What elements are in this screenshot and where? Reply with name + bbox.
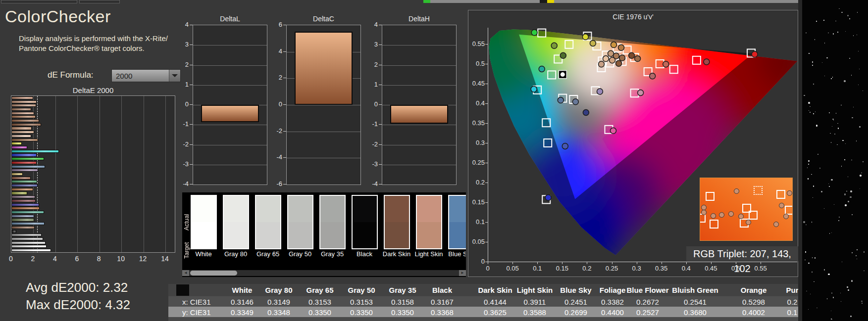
table-cell-y: 0.4002 xyxy=(742,308,765,317)
tick-mark xyxy=(379,104,382,105)
star xyxy=(806,225,807,226)
tick-mark xyxy=(537,262,538,264)
star xyxy=(817,154,819,155)
star xyxy=(831,311,832,312)
measured-point xyxy=(638,90,644,95)
gridline xyxy=(382,85,456,86)
inset-target-square xyxy=(700,214,706,223)
cie-y-tick-label: 0.2 xyxy=(468,179,485,186)
y-tick-label: -6 xyxy=(268,180,282,187)
de-bar xyxy=(11,211,44,214)
measured-point xyxy=(582,34,588,40)
scroll-right-arrow-icon[interactable]: ► xyxy=(459,270,466,276)
star xyxy=(806,291,807,292)
star xyxy=(864,271,865,272)
measured-point xyxy=(618,45,624,50)
star xyxy=(834,134,835,135)
swatch-actual xyxy=(320,196,345,222)
star xyxy=(831,179,833,181)
star xyxy=(809,110,810,111)
tick-mark xyxy=(662,262,662,264)
de-bar xyxy=(11,150,59,153)
table-col-header: Light Skin xyxy=(517,286,553,294)
de-bar xyxy=(11,199,36,202)
deltae-bar-chart xyxy=(11,95,175,253)
star xyxy=(860,188,861,189)
inset-measured-point xyxy=(787,190,792,196)
y-tick-label: 4 xyxy=(364,21,378,28)
measured-point xyxy=(539,66,545,72)
swatch-actual xyxy=(417,196,441,222)
cie-y-tick-label: 0.5 xyxy=(468,60,485,67)
star xyxy=(848,289,850,291)
y-tick-label: 2 xyxy=(364,61,378,68)
inset-target-square xyxy=(749,211,758,220)
de-bar xyxy=(11,241,46,244)
tick-mark xyxy=(587,262,587,264)
y-tick-label: 4 xyxy=(175,21,189,28)
star xyxy=(844,193,846,195)
cie-y-tick-label: 0.05 xyxy=(468,238,485,245)
measured-point xyxy=(663,61,669,67)
de-bar xyxy=(11,188,33,191)
star xyxy=(837,144,838,145)
tick-mark xyxy=(485,202,488,203)
star xyxy=(810,106,811,107)
star xyxy=(845,204,847,206)
gridline xyxy=(382,165,456,165)
top-strip-dark-mark xyxy=(540,0,547,3)
table-col-header: Foliage xyxy=(600,286,626,294)
tick-mark xyxy=(190,184,193,184)
dropdown-arrow-icon[interactable] xyxy=(169,70,180,82)
mini-chart-title: DeltaC xyxy=(286,15,361,23)
x-tick-label: 10 xyxy=(115,255,127,263)
star xyxy=(857,12,858,13)
y-tick-label: 6 xyxy=(268,21,282,28)
scroll-left-arrow-icon[interactable]: ◄ xyxy=(182,270,189,276)
star xyxy=(828,274,830,275)
star xyxy=(830,133,831,134)
tick-mark xyxy=(190,25,193,25)
star xyxy=(857,35,858,36)
table-row-label: x: CIE31 xyxy=(182,298,211,306)
star xyxy=(833,33,834,35)
star xyxy=(838,220,839,221)
tick-mark xyxy=(485,84,488,84)
gridline xyxy=(193,85,267,86)
inset-target-square xyxy=(710,220,718,229)
tick-mark xyxy=(379,25,382,25)
star xyxy=(812,272,813,273)
star xyxy=(856,140,857,141)
top-strip-yellow-mark xyxy=(547,0,554,3)
star xyxy=(856,255,857,256)
star xyxy=(839,217,840,218)
tick-mark xyxy=(379,144,382,145)
tick-mark xyxy=(190,104,193,105)
table-col-header: Blue Flower xyxy=(626,286,668,294)
inset-target-square xyxy=(776,190,785,199)
deltae-chart-title: DeltaE 2000 xyxy=(11,86,175,94)
star xyxy=(840,293,841,294)
gridline xyxy=(287,132,360,132)
gridline xyxy=(382,45,456,46)
star xyxy=(831,78,832,79)
table-cell-x: 0.3911 xyxy=(524,298,546,306)
de-formula-dropdown[interactable]: 2000 xyxy=(111,69,181,82)
star xyxy=(844,80,846,82)
star xyxy=(812,222,813,223)
star xyxy=(813,113,814,114)
y-tick-label: -1 xyxy=(364,120,378,128)
star xyxy=(833,120,834,121)
swatch-scrollbar[interactable]: ◄ ► xyxy=(182,270,466,276)
star xyxy=(859,126,861,128)
swatch-label: Gray 50 xyxy=(283,250,317,258)
rgb-triplet-readout: RGB Triplet: 207, 143, 102 xyxy=(686,246,798,261)
star xyxy=(815,39,816,40)
deltaH-chart xyxy=(382,25,457,185)
scrollbar-thumb[interactable] xyxy=(190,271,237,275)
de-formula-label: dE Formula: xyxy=(48,70,94,80)
cie-x-tick-label: 0.35 xyxy=(653,265,670,272)
tick-mark xyxy=(637,262,637,264)
y-tick-label: -2 xyxy=(268,127,282,135)
cie-x-tick-label: 0.1 xyxy=(528,265,546,272)
